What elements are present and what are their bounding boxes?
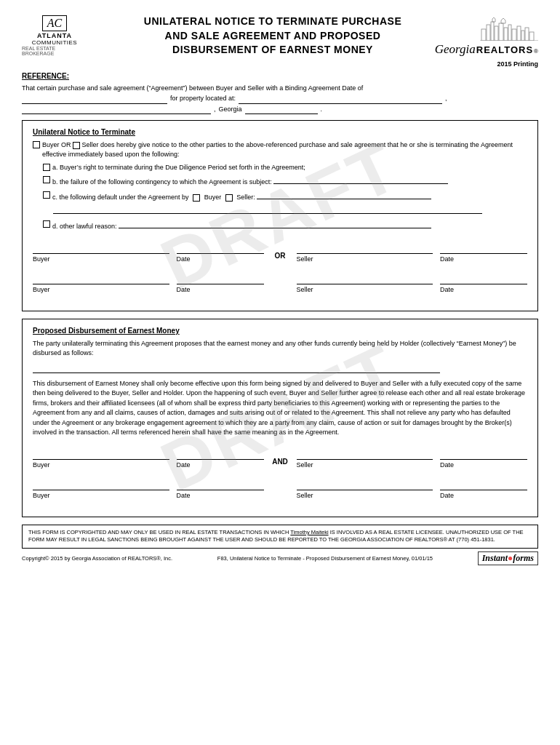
item-c-text: c. the following default under the Agree…: [52, 191, 527, 203]
disburse-date1-sig-block: Date: [177, 448, 264, 469]
disburse-field-row: [33, 363, 527, 375]
svg-rect-10: [517, 26, 521, 41]
disburse-buyer1-sig-line[interactable]: [33, 448, 169, 460]
disburse-buyer2-sig-block: Buyer: [33, 479, 169, 499]
svg-rect-11: [521, 31, 524, 41]
svg-rect-0: [481, 29, 486, 41]
disburse-buyer1-sig-block: Buyer: [33, 448, 169, 469]
ref-line1: That certain purchase and sale agreement…: [22, 83, 538, 93]
disburse-seller1-label: Seller: [297, 461, 433, 469]
disbursement-legal: This disbursement of Earnest Money shall…: [33, 379, 527, 438]
disburse-date1r-label: Date: [440, 461, 527, 469]
seller-default-checkbox[interactable]: [225, 194, 233, 202]
date1-sig-block: Date: [177, 242, 264, 263]
disburse-date2-sig-line[interactable]: [177, 479, 264, 490]
or-label: OR: [271, 252, 289, 263]
reference-label: REFERENCE:: [22, 72, 538, 80]
disburse-date1-sig-line[interactable]: [177, 448, 264, 460]
or-label-2: OR: [271, 282, 289, 293]
buyer1-sig-block: Buyer: [33, 242, 169, 263]
buyer1-sig-line[interactable]: [33, 242, 169, 254]
disburse-seller1-sig-block: Seller: [297, 448, 433, 469]
disburse-date2r-sig-block: Date: [440, 479, 527, 499]
date2r-sig-line[interactable]: [440, 273, 527, 284]
binding-date-field[interactable]: [22, 95, 167, 104]
item-a-text: a. Buyer’s right to terminate during the…: [52, 163, 527, 173]
date1-sig-line[interactable]: [177, 242, 264, 254]
seller1-sig-block: Seller: [297, 242, 433, 263]
item-c-row: c. the following default under the Agree…: [43, 191, 527, 203]
disbursement-intro: The party unilaterally terminating this …: [33, 339, 527, 359]
georgia-label: Georgia: [219, 104, 242, 114]
date2r-sig-block: Date: [440, 273, 527, 293]
date2r-label: Date: [440, 286, 527, 293]
date2-label: Date: [177, 286, 264, 293]
ac-monogram: AC: [42, 15, 67, 31]
header: AC ATLANTA COMMUNITIES REAL ESTATE BROKE…: [22, 15, 538, 57]
item-c-field[interactable]: [257, 191, 431, 199]
disburse-buyer1-label: Buyer: [33, 461, 169, 469]
disburse-date2r-sig-line[interactable]: [440, 479, 527, 490]
disburse-buyer2-sig-line[interactable]: [33, 479, 169, 490]
svg-rect-2: [491, 22, 494, 41]
date2-sig-line[interactable]: [177, 273, 264, 284]
unilateral-notice-box: DRAFT Unilateral Notice to Terminate Buy…: [22, 120, 538, 311]
svg-marker-3: [492, 17, 495, 22]
footer-copyright: Copyright© 2015 by Georgia Association o…: [22, 551, 538, 565]
svg-rect-7: [504, 28, 508, 41]
atlanta-communities-logo: AC ATLANTA COMMUNITIES REAL ESTATE BROKE…: [22, 15, 87, 56]
item-c-field2[interactable]: [53, 205, 482, 214]
checkbox-c[interactable]: [43, 191, 50, 199]
buyer-checkbox[interactable]: [33, 141, 40, 148]
seller1-sig-line[interactable]: [297, 242, 433, 254]
buyer1-label: Buyer: [33, 255, 169, 263]
buyer2-sig-line[interactable]: [33, 273, 169, 284]
item-d-field[interactable]: [119, 220, 431, 228]
date1r-sig-line[interactable]: [440, 242, 527, 254]
property-address2-field[interactable]: [22, 105, 211, 114]
seller-checkbox[interactable]: [73, 142, 80, 149]
disburse-seller1-sig-line[interactable]: [297, 448, 433, 460]
date1-label: Date: [177, 255, 264, 263]
disburse-date2r-label: Date: [440, 492, 527, 499]
georgia-field[interactable]: [245, 105, 318, 114]
signature-section-1: Buyer Date OR Seller Date: [33, 242, 527, 293]
signature-section-2: Buyer Date AND Seller Date: [33, 448, 527, 499]
atlanta-text: ATLANTA: [37, 32, 72, 39]
date1r-label: Date: [440, 255, 527, 263]
disburse-date1r-sig-line[interactable]: [440, 448, 527, 460]
realtors-text: REALTORS: [476, 44, 533, 55]
checkbox-b[interactable]: [43, 176, 50, 183]
ref-line3: , Georgia .: [22, 104, 538, 114]
svg-rect-8: [508, 25, 511, 41]
item-b-row: b. the failure of the following continge…: [43, 175, 527, 188]
title-line3: DISBURSEMENT OF EARNEST MONEY: [87, 43, 458, 57]
disburse-date2-label: Date: [177, 492, 264, 499]
checkbox-d[interactable]: [43, 220, 50, 228]
property-address-field[interactable]: [239, 95, 442, 104]
item-a-row: a. Buyer’s right to terminate during the…: [43, 163, 527, 173]
disburse-sig-row-2: Buyer Date AND Seller Date: [33, 479, 527, 499]
buyer-default-checkbox[interactable]: [193, 194, 200, 202]
disburse-seller2-sig-line[interactable]: [297, 479, 433, 490]
disburse-sig-row-1: Buyer Date AND Seller Date: [33, 448, 527, 469]
sig-row-1: Buyer Date OR Seller Date: [33, 242, 527, 263]
footer-legal-text1: THIS FORM IS COPYRIGHTED AND MAY ONLY BE…: [28, 529, 289, 535]
checkbox-a[interactable]: [43, 164, 50, 171]
footer-legal: THIS FORM IS COPYRIGHTED AND MAY ONLY BE…: [22, 525, 538, 549]
ref-text-prefix: That certain purchase and sale agreement…: [22, 83, 363, 93]
buyer2-sig-block: Buyer: [33, 273, 169, 293]
date1r-sig-block: Date: [440, 242, 527, 263]
disburse-date1-label: Date: [177, 461, 264, 469]
ref-line2: for property located at: ,: [22, 93, 538, 103]
item-d-text: d. other lawful reason:: [52, 220, 527, 232]
instanot-text: Instant●forms: [482, 553, 534, 563]
communities-text: COMMUNITIES: [32, 39, 77, 46]
disburse-seller2-sig-block: Seller: [297, 479, 433, 499]
title-line2: AND SALE AGREEMENT AND PROPOSED: [87, 29, 458, 44]
item-b-field[interactable]: [273, 175, 448, 184]
disburse-field[interactable]: [33, 363, 440, 373]
brokerage-text: REAL ESTATE BROKERAGE: [22, 46, 87, 56]
svg-rect-5: [499, 23, 503, 41]
seller2-sig-line[interactable]: [297, 273, 433, 284]
